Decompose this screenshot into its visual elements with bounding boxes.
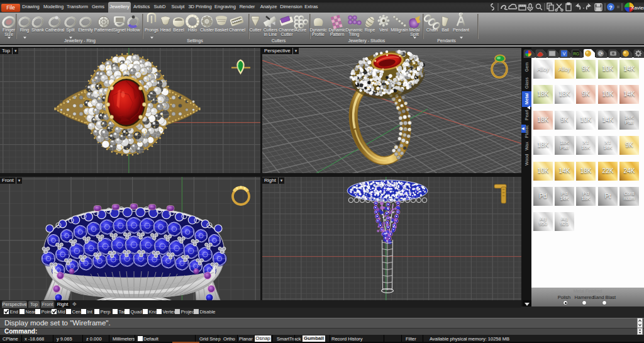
svg-text:RG: RG (573, 52, 579, 56)
svg-text:Xavier: Xavier (631, 5, 644, 11)
svg-text:⟳: ⟳ (599, 51, 603, 57)
svg-text:?: ? (609, 4, 613, 11)
svg-text:V: V (563, 52, 566, 56)
